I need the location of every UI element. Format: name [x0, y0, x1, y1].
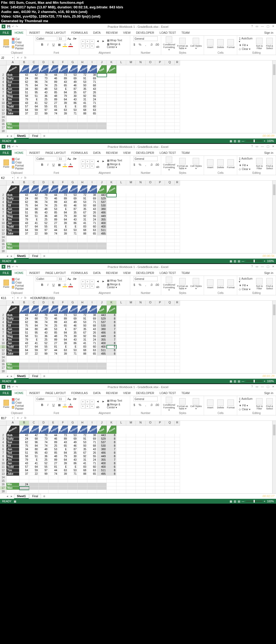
grade-cell[interactable]: 65 — [87, 112, 97, 116]
count-cell[interactable] — [107, 218, 116, 222]
student-name[interactable]: Ted — [6, 211, 19, 215]
summary-label[interactable]: Min — [6, 363, 19, 366]
column-headers[interactable]: ABCDEFGHIJKLMNOPQR — [0, 421, 276, 426]
grade-cell[interactable]: 71 — [68, 112, 78, 116]
grade-cell[interactable]: 89 — [58, 437, 68, 441]
font-name-combo[interactable]: Calibri — [36, 276, 57, 281]
grade-cell[interactable]: 63 — [87, 109, 97, 112]
dec-decimal-icon[interactable]: .00 — [154, 402, 159, 407]
find-select-button[interactable]: Find & Select — [265, 398, 274, 411]
total-cell[interactable]: 449 — [97, 215, 107, 218]
grade-cell[interactable]: 42 — [29, 434, 39, 437]
grade-cell[interactable]: 69 — [87, 317, 97, 321]
student-name[interactable]: Jan — [6, 342, 19, 345]
sort-filter-button[interactable]: Sort & Filter — [255, 38, 264, 50]
grade-cell[interactable]: 67 — [78, 211, 87, 215]
name-box[interactable]: K2 — [0, 176, 15, 180]
count-cell[interactable]: 7 — [107, 328, 116, 331]
format-painter-button[interactable]: Format Painter — [12, 284, 32, 290]
vertical-scrollbar[interactable] — [272, 60, 276, 133]
grade-cell[interactable]: 91 — [78, 437, 87, 441]
number-format-combo[interactable]: General — [133, 396, 158, 401]
student-name[interactable]: Sally — [6, 77, 19, 80]
grade-cell[interactable]: 91 — [78, 77, 87, 80]
percent-icon[interactable]: % — [137, 162, 142, 167]
sheet-tab-sheet1[interactable]: Sheet1 — [14, 134, 29, 138]
grade-cell[interactable]: 75 — [19, 84, 29, 87]
count-cell[interactable]: 8 — [107, 352, 116, 356]
grade-cell[interactable]: 89 — [49, 218, 58, 222]
decrease-font-icon[interactable]: A▾ — [73, 156, 77, 161]
student-name[interactable]: Jim — [6, 218, 19, 222]
grade-cell[interactable]: 41 — [29, 462, 39, 465]
grade-cell[interactable]: 67 — [78, 91, 87, 94]
tab-team[interactable]: TEAM — [179, 150, 192, 155]
grade-cell[interactable]: 60 — [87, 105, 97, 109]
total-cell[interactable]: 495 — [97, 232, 107, 236]
grade-cell[interactable]: 44 — [49, 229, 58, 232]
wrap-text-button[interactable]: ▦ Wrap Text — [107, 159, 129, 162]
grade-cell[interactable]: 63 — [87, 229, 97, 232]
grade-cell[interactable]: 38 — [87, 314, 97, 317]
zoom-in-icon[interactable]: + — [264, 380, 265, 383]
grade-cell[interactable]: 43 — [39, 451, 49, 455]
save-icon[interactable]: 💾 — [7, 385, 10, 388]
grade-cell[interactable]: 93 — [78, 444, 87, 448]
grade-cell[interactable]: 99 — [39, 472, 49, 476]
grade-cell[interactable]: 25 — [49, 324, 58, 328]
grade-cell[interactable]: 41 — [29, 342, 39, 345]
grade-cell[interactable]: 75 — [19, 324, 29, 328]
total-cell[interactable] — [97, 77, 107, 80]
grade-cell[interactable]: 46 — [49, 77, 58, 80]
grade-cell[interactable]: 43 — [68, 218, 78, 222]
grade-cell[interactable]: 36 — [39, 455, 49, 458]
grade-cell[interactable]: 44 — [49, 109, 58, 112]
redo-icon[interactable]: ↷ — [16, 265, 18, 268]
grade-cell[interactable]: 71 — [68, 352, 78, 356]
grade-cell[interactable]: 88 — [78, 232, 87, 236]
zoom-in-icon[interactable]: + — [264, 140, 265, 143]
grade-cell[interactable]: 48 — [49, 215, 58, 218]
grade-cell[interactable]: 48 — [39, 328, 49, 331]
total-cell[interactable] — [97, 112, 107, 116]
count-cell[interactable]: 8 — [107, 434, 116, 437]
help-icon[interactable]: ? — [251, 265, 253, 268]
grade-cell[interactable]: 53 — [78, 80, 87, 84]
grade-cell[interactable]: 74 — [39, 321, 49, 324]
count-cell[interactable] — [107, 73, 116, 77]
grade-cell[interactable]: 68 — [78, 469, 87, 472]
tab-team[interactable]: TEAM — [179, 270, 192, 276]
view-break-icon[interactable]: ▤ — [238, 260, 240, 263]
grade-cell[interactable]: 89 — [58, 317, 68, 321]
view-break-icon[interactable]: ▤ — [238, 500, 240, 503]
grade-cell[interactable]: 92 — [78, 94, 87, 98]
help-icon[interactable]: ? — [251, 385, 253, 388]
grade-cell[interactable]: 78 — [39, 314, 49, 317]
new-sheet-icon[interactable]: ⊕ — [42, 134, 47, 138]
dec-decimal-icon[interactable]: .00 — [154, 282, 159, 287]
copy-button[interactable]: Copy — [12, 401, 32, 404]
grade-cell[interactable]: 97 — [39, 349, 49, 352]
grade-cell[interactable]: 95 — [29, 211, 39, 215]
grade-cell[interactable]: 73 — [39, 437, 49, 441]
increase-font-icon[interactable]: A▴ — [67, 396, 72, 401]
decrease-font-icon[interactable]: A▾ — [73, 276, 77, 281]
maximize-icon[interactable]: ▢ — [267, 145, 269, 148]
count-cell[interactable] — [107, 112, 116, 116]
indent-right-icon[interactable]: ► — [101, 159, 106, 164]
count-cell[interactable]: 8 — [107, 342, 116, 345]
conditional-formatting-button[interactable]: Conditional Formatting ▾ — [163, 277, 175, 292]
column-headers[interactable]: ABCDEFGHIJKLMNOPQR — [0, 60, 276, 65]
grade-cell[interactable]: 43 — [39, 211, 49, 215]
grade-cell[interactable]: 43 — [68, 98, 78, 101]
grade-cell[interactable]: 79 — [58, 335, 68, 338]
tab-page-layout[interactable]: PAGE LAYOUT — [43, 270, 68, 276]
student-name[interactable]: Todd — [6, 465, 19, 469]
grade-cell[interactable]: 68 — [87, 444, 97, 448]
grade-cell[interactable]: 84 — [29, 84, 39, 87]
grade-cell[interactable]: 63 — [58, 109, 68, 112]
grade-cell[interactable]: 38 — [87, 434, 97, 437]
grade-cell[interactable]: 78 — [39, 194, 49, 197]
formula-input[interactable] — [29, 418, 276, 419]
sheet-nav-prev-icon[interactable]: ◄ — [5, 375, 9, 378]
